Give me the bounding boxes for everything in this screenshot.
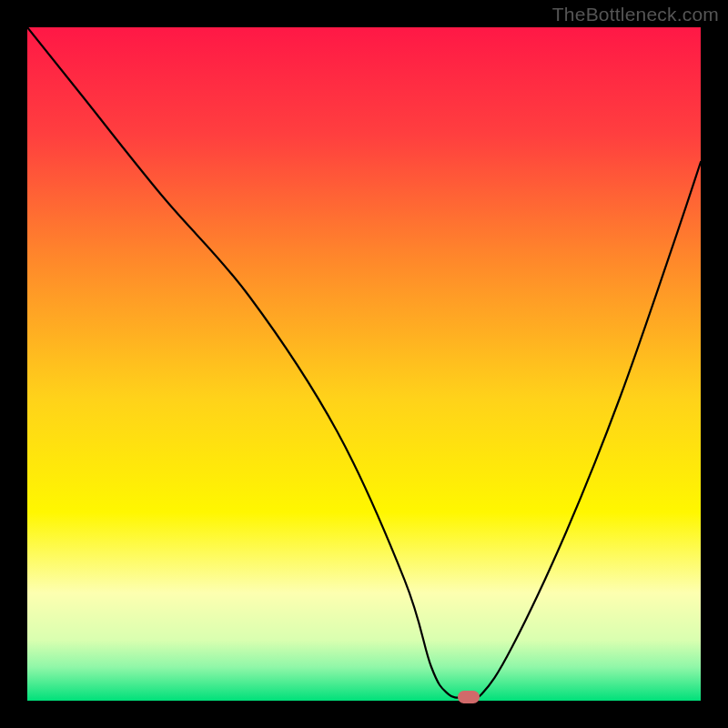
plot-area xyxy=(27,27,701,701)
optimal-point-marker xyxy=(458,691,480,703)
curve-layer xyxy=(27,27,701,701)
bottleneck-curve xyxy=(27,27,701,699)
chart-root: TheBottleneck.com xyxy=(0,0,728,728)
watermark: TheBottleneck.com xyxy=(552,4,719,25)
